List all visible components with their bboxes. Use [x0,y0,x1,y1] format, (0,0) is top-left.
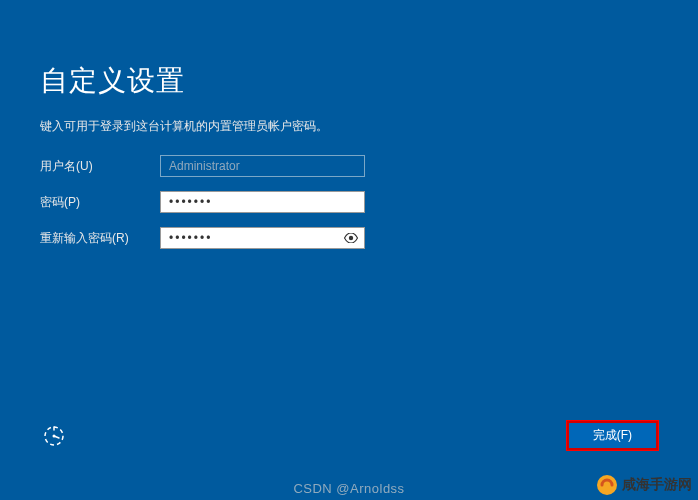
password-label: 密码(P) [40,194,160,211]
watermark-site: 咸海手游网 [596,474,692,496]
svg-point-0 [349,236,353,240]
watermark-csdn: CSDN @Arnoldss [293,481,404,496]
finish-button[interactable]: 完成(F) [567,421,658,450]
page-title: 自定义设置 [40,62,658,100]
instruction-text: 键入可用于登录到这台计算机的内置管理员帐户密码。 [40,118,658,135]
svg-point-2 [53,434,56,437]
username-field [160,155,365,177]
ease-of-access-icon[interactable] [40,422,68,450]
password-row: 密码(P) [40,191,658,213]
username-row: 用户名(U) [40,155,658,177]
watermark-site-icon [596,474,618,496]
password-reveal-icon[interactable] [343,230,359,246]
username-label: 用户名(U) [40,158,160,175]
confirm-password-field[interactable] [160,227,365,249]
confirm-password-row: 重新输入密码(R) [40,227,658,249]
svg-point-3 [597,475,617,495]
watermark-site-text: 咸海手游网 [622,476,692,494]
password-field[interactable] [160,191,365,213]
confirm-password-label: 重新输入密码(R) [40,230,160,247]
